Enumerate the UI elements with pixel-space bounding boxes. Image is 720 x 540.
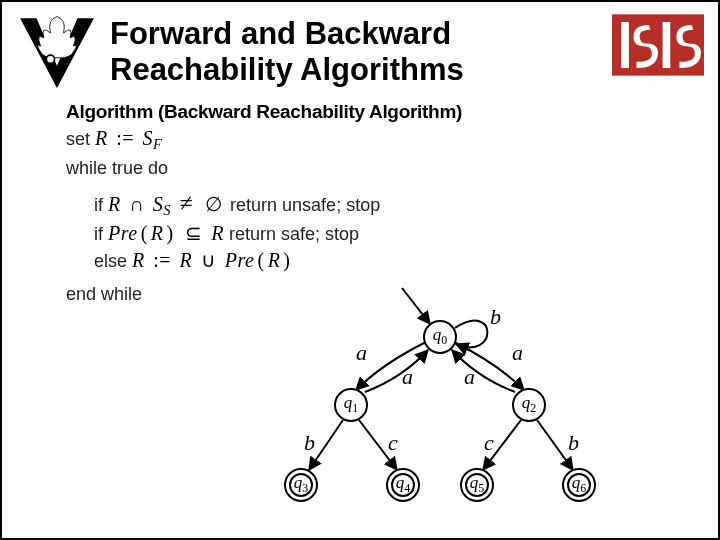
state-q5-accept: q5: [460, 468, 494, 502]
algo-cond2-expr: Pre(R) ⊆ R: [108, 222, 224, 244]
edge-label-a-midl: a: [402, 364, 413, 390]
state-q3-accept: q3: [284, 468, 318, 502]
edge-label-b-q2q6: b: [568, 430, 579, 456]
algorithm-block: Algorithm (Backward Reachability Algorit…: [2, 96, 718, 307]
algo-if1-keyword: if: [94, 195, 108, 215]
edge-label-c-q1q4: c: [388, 430, 398, 456]
state-q1: q1: [334, 388, 368, 422]
algo-cond2-action: return safe; stop: [229, 224, 359, 244]
algo-else-expr: R := R ∪ Pre(R): [132, 249, 293, 271]
state-q2: q2: [512, 388, 546, 422]
svg-line-4: [402, 288, 430, 324]
svg-point-0: [46, 55, 54, 63]
slide-title: Forward and Backward Reachability Algori…: [110, 10, 600, 87]
edge-label-c-q2q5: c: [484, 430, 494, 456]
edge-label-a-left: a: [356, 340, 367, 366]
algo-endwhile: end while: [66, 284, 142, 304]
edge-label-b-loop: b: [490, 304, 501, 330]
svg-rect-3: [663, 22, 671, 68]
edge-label-a-midr: a: [464, 364, 475, 390]
state-q0: q0: [423, 320, 457, 354]
algo-while: while true do: [66, 158, 168, 178]
automaton-diagram: q0 q1 q2 q3 q4 q5 q6 b a a a a b c c b: [252, 282, 682, 532]
edge-label-b-q1q3: b: [304, 430, 315, 456]
state-q6-accept: q6: [562, 468, 596, 502]
isis-logo: [612, 14, 704, 76]
algo-else-keyword: else: [94, 251, 132, 271]
svg-rect-2: [621, 22, 629, 68]
slide: Forward and Backward Reachability Algori…: [0, 0, 720, 540]
state-q4-accept: q4: [386, 468, 420, 502]
algo-cond1-expr: R ∩ SS ≠ ∅: [108, 193, 225, 215]
algo-cond1-action: return unsafe; stop: [230, 195, 380, 215]
algorithm-title: Algorithm (Backward Reachability Algorit…: [66, 101, 462, 122]
vanderbilt-logo: [16, 10, 98, 92]
slide-header: Forward and Backward Reachability Algori…: [2, 2, 718, 96]
algo-set-keyword: set: [66, 129, 95, 149]
algo-init-expr: R := SF: [95, 127, 162, 149]
edge-label-a-right: a: [512, 340, 523, 366]
algo-if2-keyword: if: [94, 224, 108, 244]
